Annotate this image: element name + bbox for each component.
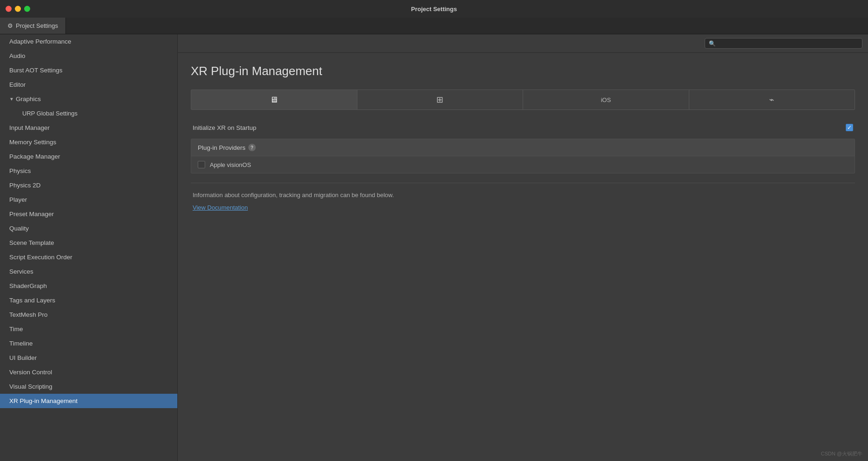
sidebar-item-label: Audio — [9, 52, 26, 59]
sidebar-item-physics-2d[interactable]: Physics 2D — [0, 178, 177, 192]
content-area: 🔍 XR Plug-in Management 🖥 ⊞ iOS ⌁ — [178, 34, 868, 461]
search-input[interactable] — [718, 40, 858, 47]
sidebar-item-label: Version Control — [9, 369, 52, 376]
sidebar-item-label: Script Execution Order — [9, 254, 72, 261]
sidebar-item-label: Burst AOT Settings — [9, 67, 63, 74]
checkmark-icon: ✓ — [847, 125, 852, 130]
sidebar-item-label: Package Manager — [9, 153, 60, 160]
desktop-icon: 🖥 — [270, 95, 278, 105]
sidebar-item-visual-scripting[interactable]: Visual Scripting — [0, 379, 177, 394]
sidebar-item-label: XR Plug-in Management — [9, 397, 78, 404]
platform-tabs: 🖥 ⊞ iOS ⌁ — [191, 90, 855, 110]
sidebar-item-scene-template[interactable]: Scene Template — [0, 236, 177, 250]
watermark: CSDN @火锅肥牛 — [821, 450, 862, 457]
sidebar-item-label: ShaderGraph — [9, 282, 47, 289]
search-bar: 🔍 — [178, 34, 868, 53]
sidebar-item-label: URP Global Settings — [22, 110, 78, 117]
sidebar-item-timeline[interactable]: Timeline — [0, 336, 177, 351]
info-section: Information about configuration, trackin… — [191, 183, 855, 218]
providers-header-label: Plug-in Providers — [198, 144, 246, 151]
sidebar-item-burst-aot[interactable]: Burst AOT Settings — [0, 63, 177, 77]
sidebar-item-services[interactable]: Services — [0, 264, 177, 279]
sidebar-item-label: Timeline — [9, 340, 33, 347]
providers-header: Plug-in Providers ? — [191, 139, 855, 156]
sidebar-item-label: Player — [9, 196, 27, 203]
chevron-icon: ▼ — [9, 96, 14, 102]
sidebar-item-preset-manager[interactable]: Preset Manager — [0, 207, 177, 221]
sidebar-item-input-manager[interactable]: Input Manager — [0, 121, 177, 135]
window-title: Project Settings — [411, 6, 457, 13]
apple-visionos-item: Apple visionOS — [191, 156, 855, 173]
tab-android[interactable]: ⊞ — [357, 90, 524, 109]
visionos-icon: ⌁ — [769, 95, 774, 105]
plugin-providers-section: Plug-in Providers ? Apple visionOS — [191, 139, 855, 173]
sidebar-item-quality[interactable]: Quality — [0, 221, 177, 236]
sidebar-item-script-execution-order[interactable]: Script Execution Order — [0, 250, 177, 264]
sidebar-item-label: Graphics — [16, 96, 41, 102]
search-icon: 🔍 — [709, 40, 716, 47]
sidebar-item-player[interactable]: Player — [0, 192, 177, 207]
main-layout: Adaptive PerformanceAudioBurst AOT Setti… — [0, 34, 868, 461]
page-title: XR Plug-in Management — [191, 64, 855, 78]
sidebar-item-label: Input Manager — [9, 124, 50, 131]
sidebar-item-label: Scene Template — [9, 239, 54, 246]
sidebar-item-audio[interactable]: Audio — [0, 49, 177, 63]
sidebar-item-xr-plugin-management[interactable]: XR Plug-in Management — [0, 394, 177, 408]
info-text: Information about configuration, trackin… — [193, 191, 853, 200]
sidebar-item-label: Physics — [9, 167, 31, 174]
maximize-button[interactable] — [24, 6, 30, 12]
tab-label: Project Settings — [16, 22, 58, 29]
gear-icon: ⚙ — [7, 22, 13, 29]
sidebar-item-adaptive-performance[interactable]: Adaptive Performance — [0, 34, 177, 49]
android-icon: ⊞ — [436, 95, 443, 105]
sidebar: Adaptive PerformanceAudioBurst AOT Setti… — [0, 34, 178, 461]
sidebar-item-label: UI Builder — [9, 354, 37, 361]
sidebar-item-label: TextMesh Pro — [9, 311, 48, 318]
search-input-wrap[interactable]: 🔍 — [705, 38, 862, 49]
sidebar-item-label: Quality — [9, 225, 29, 232]
tab-visionos[interactable]: ⌁ — [689, 90, 855, 109]
tab-desktop[interactable]: 🖥 — [191, 90, 357, 109]
tab-ios-label: iOS — [601, 96, 611, 103]
help-icon[interactable]: ? — [248, 144, 256, 151]
sidebar-item-label: Memory Settings — [9, 139, 56, 146]
sidebar-item-physics[interactable]: Physics — [0, 164, 177, 178]
sidebar-item-label: Preset Manager — [9, 211, 54, 218]
sidebar-item-graphics[interactable]: ▼Graphics — [0, 92, 177, 106]
sidebar-item-label: Time — [9, 326, 23, 333]
sidebar-item-memory-settings[interactable]: Memory Settings — [0, 135, 177, 149]
apple-visionos-label: Apple visionOS — [210, 161, 251, 168]
traffic-lights — [6, 6, 30, 12]
minimize-button[interactable] — [15, 6, 21, 12]
sidebar-item-ui-builder[interactable]: UI Builder — [0, 351, 177, 365]
tab-ios[interactable]: iOS — [523, 90, 689, 109]
sidebar-item-time[interactable]: Time — [0, 322, 177, 336]
sidebar-item-label: Editor — [9, 81, 26, 88]
view-documentation-link[interactable]: View Documentation — [193, 204, 248, 211]
sidebar-item-urp-global[interactable]: URP Global Settings — [0, 106, 177, 121]
initialize-xr-row: Initialize XR on Startup ✓ — [191, 119, 855, 136]
sidebar-item-label: Visual Scripting — [9, 383, 52, 390]
initialize-xr-label: Initialize XR on Startup — [193, 124, 846, 131]
tab-bar: ⚙ Project Settings — [0, 18, 868, 34]
sidebar-item-shadergraph[interactable]: ShaderGraph — [0, 279, 177, 293]
sidebar-item-label: Tags and Layers — [9, 297, 55, 304]
sidebar-item-label: Physics 2D — [9, 182, 41, 189]
sidebar-item-textmesh-pro[interactable]: TextMesh Pro — [0, 307, 177, 322]
project-settings-tab[interactable]: ⚙ Project Settings — [0, 18, 66, 34]
sidebar-item-tags-and-layers[interactable]: Tags and Layers — [0, 293, 177, 307]
title-bar: Project Settings — [0, 0, 868, 18]
sidebar-item-version-control[interactable]: Version Control — [0, 365, 177, 379]
sidebar-item-label: Adaptive Performance — [9, 38, 71, 45]
apple-visionos-checkbox[interactable] — [198, 161, 205, 168]
content-body: XR Plug-in Management 🖥 ⊞ iOS ⌁ Initiali… — [178, 53, 868, 461]
close-button[interactable] — [6, 6, 12, 12]
sidebar-item-label: Services — [9, 268, 33, 275]
initialize-xr-checkbox[interactable]: ✓ — [846, 124, 853, 131]
sidebar-item-package-manager[interactable]: Package Manager — [0, 149, 177, 164]
sidebar-item-editor[interactable]: Editor — [0, 77, 177, 92]
